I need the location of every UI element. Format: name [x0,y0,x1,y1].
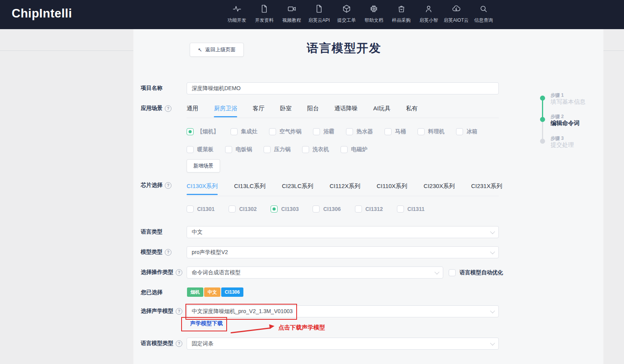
checkbox[interactable] [341,146,348,153]
checkbox[interactable] [302,146,309,153]
checkbox[interactable] [456,128,463,135]
nav-item-label: 开发资料 [255,17,274,24]
scene-option[interactable]: 压力锅 [264,146,290,153]
chip-label: 芯片选择 ? [141,181,171,189]
checkbox[interactable] [187,146,194,153]
scene-option[interactable]: 料理机 [418,128,444,135]
chip-tabs-divider [187,196,499,196]
scene-option[interactable]: 暖菜板 [187,146,213,153]
checkbox-checked[interactable] [187,128,194,135]
chevron-down-icon [490,308,495,313]
chip-tab[interactable]: CI13LC系列 [234,183,266,195]
acoustic-model-value: 中文深度降噪烟机_pro_V2_1.3M_V01003 [192,308,293,315]
scene-tab[interactable]: 通用 [187,105,198,117]
left-margin [0,29,133,364]
checkbox[interactable] [346,128,353,135]
person-icon [424,4,433,15]
chip-option[interactable]: CI1303 [271,206,299,212]
checkbox[interactable] [313,206,320,212]
nav-item-cloud-api[interactable]: 启英云API [306,4,333,24]
checkbox[interactable] [418,128,425,135]
nav-item-label: 提交工单 [337,17,356,24]
checkbox[interactable] [397,206,404,212]
auto-optimize-option[interactable]: 语言模型自动优化 [449,269,503,276]
checkbox[interactable] [355,206,362,212]
nav-item-aiot-cloud[interactable]: 启英AIOT云 [442,4,470,24]
scene-option[interactable]: 集成灶 [231,128,257,135]
scene-option[interactable]: 热水器 [346,128,373,135]
checkbox[interactable] [225,146,232,153]
chip-option[interactable]: CI1311 [397,206,425,212]
nav-item-xiaozhi[interactable]: 启英小智 [415,4,443,24]
shopping-bag-icon [397,4,406,15]
checkbox[interactable] [264,146,271,153]
add-scene-button[interactable]: 新增场景 [187,159,220,172]
checkbox[interactable] [229,206,236,212]
language-model-type-value: 固定词条 [192,340,213,347]
scene-tab[interactable]: 卧室 [280,105,292,117]
chip-tab[interactable]: CI230X系列 [424,183,455,195]
acoustic-model-select[interactable]: 中文深度降噪烟机_pro_V2_1.3M_V01003 [187,305,499,317]
scene-tab[interactable]: 客厅 [253,105,264,117]
step-3-label: 步骤 3 [551,135,564,142]
help-icon[interactable]: ? [176,308,182,315]
scene-option[interactable]: 冰箱 [456,128,477,135]
model-type-value: pro声学模型V2 [192,249,228,256]
step-connector-pending [542,122,543,139]
scene-option[interactable]: 洗衣机 [302,146,329,153]
scene-option[interactable]: 浴霸 [313,128,334,135]
scene-option[interactable]: 马桶 [385,128,406,135]
step-2-title: 编辑命令词 [551,120,580,127]
chip-tabs: CI130X系列 CI13LC系列 CI23LC系列 CI112X系列 CI11… [187,183,519,195]
nav-item-sample-purchase[interactable]: 样品采购 [388,4,415,24]
scene-tab[interactable]: 阳台 [307,105,319,117]
checkbox-checked[interactable] [271,206,278,212]
scene-tab[interactable]: 私有 [406,105,418,117]
chip-option[interactable]: CI1301 [187,206,215,212]
chip-tab[interactable]: CI23LC系列 [282,183,313,195]
help-icon[interactable]: ? [165,182,171,189]
nav-item-submit-ticket[interactable]: 提交工单 [333,4,360,24]
chip-tab-active[interactable]: CI130X系列 [187,183,218,195]
nav-item-function-dev[interactable]: 功能开发 [223,4,251,24]
checkbox[interactable] [313,128,320,135]
scene-tab[interactable]: AI玩具 [373,105,390,117]
scene-option[interactable]: 电磁炉 [341,146,367,153]
scene-label: 应用场景 ? [141,104,171,112]
acoustic-model-download-link[interactable]: 声学模型下载 [190,320,223,327]
help-icon[interactable]: ? [165,249,171,256]
model-type-select[interactable]: pro声学模型V2 [187,246,499,258]
nav-item-help-docs[interactable]: 帮助文档 [360,4,388,24]
back-button[interactable]: ↖ 返回上级页面 [190,43,244,57]
help-icon[interactable]: ? [176,340,182,347]
scene-option[interactable]: 电饭锅 [225,146,252,153]
checkbox[interactable] [269,128,276,135]
step-connector-done [542,100,543,118]
tag-scene: 烟机 [187,287,203,297]
help-icon[interactable]: ? [176,269,182,276]
language-type-select[interactable]: 中文 [187,226,499,238]
chip-option[interactable]: CI1306 [313,206,341,212]
checkbox[interactable] [385,128,392,135]
checkbox[interactable] [231,128,238,135]
step-3-dot [540,139,545,144]
nav-item-video-tutorials[interactable]: 视频教程 [278,4,306,24]
chip-tab[interactable]: CI110X系列 [377,183,407,195]
scene-tab-active[interactable]: 厨房卫浴 [214,105,237,117]
operation-type-select[interactable]: 命令词合成语言模型 [187,266,443,279]
chip-tab[interactable]: CI112X系列 [330,183,360,195]
chip-option[interactable]: CI1312 [355,206,383,212]
scene-option[interactable]: 空气炸锅 [269,128,301,135]
project-name-input[interactable] [187,82,499,94]
scene-option[interactable]: 【烟机】 [187,128,219,135]
scene-tab[interactable]: 通话降噪 [334,105,358,117]
checkbox[interactable] [187,206,194,212]
chip-option[interactable]: CI1302 [229,206,257,212]
auto-optimize-label: 语言模型自动优化 [460,269,503,276]
help-icon[interactable]: ? [165,105,171,112]
nav-item-info-query[interactable]: 信息查询 [470,4,498,24]
checkbox[interactable] [449,269,456,276]
nav-item-dev-docs[interactable]: 开发资料 [251,4,278,24]
chip-tab[interactable]: CI231X系列 [471,183,502,195]
language-model-type-select[interactable]: 固定词条 [187,338,499,350]
